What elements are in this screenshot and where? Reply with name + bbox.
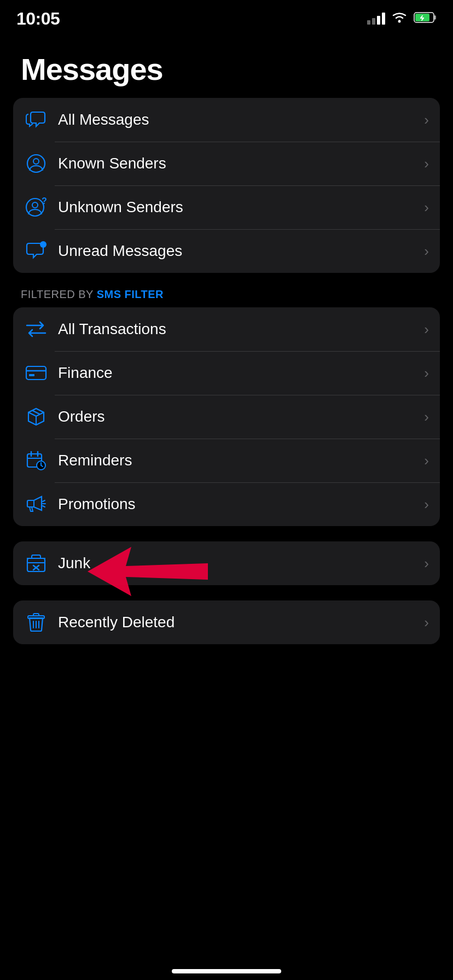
sidebar-item-all-messages[interactable]: All Messages › [13,98,440,142]
svg-point-8 [33,159,39,164]
chevron-right-icon: › [424,321,429,338]
sidebar-item-all-transactions[interactable]: All Transactions › [13,307,440,351]
svg-point-10 [32,202,38,208]
status-bar: 10:05 [0,0,453,30]
speech-bubbles-icon [24,108,48,132]
unknown-senders-label: Unknown Senders [58,199,420,216]
box-icon [24,405,48,429]
arrows-icon [24,317,48,341]
svg-point-0 [398,20,401,23]
known-senders-label: Known Senders [58,155,420,172]
sidebar-item-unknown-senders[interactable]: ? Unknown Senders › [13,185,440,229]
svg-line-19 [32,411,40,415]
section-header-filtered: FILTERED BY SMS FILTER [0,288,453,307]
page-title: Messages [0,30,453,98]
junk-group: Junk › [13,541,440,585]
recently-deleted-label: Recently Deleted [58,614,420,631]
svg-rect-31 [27,558,45,571]
chevron-right-icon: › [424,452,429,469]
junk-label: Junk [58,555,420,572]
speech-bubble-unread-icon [24,239,48,263]
svg-line-30 [43,506,45,507]
junk-section: Junk › [0,541,453,585]
unread-messages-label: Unread Messages [58,242,420,260]
svg-text:?: ? [42,196,47,206]
svg-rect-2 [434,15,436,20]
wifi-icon [391,11,408,26]
chevron-right-icon: › [424,155,429,172]
filtered-group: All Transactions › Finance › Orders › [13,307,440,526]
status-icons [367,11,437,26]
svg-line-28 [43,500,45,501]
reminders-label: Reminders [58,452,420,469]
recently-deleted-group: Recently Deleted › [13,600,440,644]
all-messages-label: All Messages [58,111,420,129]
chevron-right-icon: › [424,409,429,425]
sidebar-item-junk[interactable]: Junk › [13,541,440,585]
sidebar-item-promotions[interactable]: Promotions › [13,482,440,526]
sidebar-item-finance[interactable]: Finance › [13,351,440,395]
svg-rect-37 [28,616,44,619]
chevron-right-icon: › [424,199,429,216]
calendar-clock-icon [24,448,48,472]
all-transactions-label: All Transactions [58,320,420,338]
chevron-right-icon: › [424,112,429,129]
svg-point-12 [40,241,47,248]
orders-label: Orders [58,408,420,425]
finance-label: Finance [58,364,420,382]
main-group: All Messages › Known Senders › ? Unknown… [13,98,440,273]
person-question-icon: ? [24,195,48,219]
chevron-right-icon: › [424,555,429,572]
junk-box-icon [24,551,48,575]
sidebar-item-reminders[interactable]: Reminders › [13,439,440,482]
battery-icon [414,11,437,26]
signal-icon [367,13,385,25]
home-indicator [172,969,281,973]
svg-line-16 [28,412,36,416]
person-circle-icon [24,151,48,176]
promotions-label: Promotions [58,495,420,513]
sidebar-item-recently-deleted[interactable]: Recently Deleted › [13,600,440,644]
sidebar-item-unread-messages[interactable]: Unread Messages › [13,229,440,273]
megaphone-icon [24,492,48,516]
trash-icon [24,610,48,634]
credit-card-icon [24,361,48,385]
status-time: 10:05 [16,9,60,29]
chevron-right-icon: › [424,496,429,513]
chevron-right-icon: › [424,614,429,631]
chevron-right-icon: › [424,365,429,382]
svg-rect-15 [29,374,34,376]
svg-rect-13 [26,366,46,380]
sidebar-item-known-senders[interactable]: Known Senders › [13,142,440,185]
sidebar-item-orders[interactable]: Orders › [13,395,440,439]
chevron-right-icon: › [424,243,429,260]
